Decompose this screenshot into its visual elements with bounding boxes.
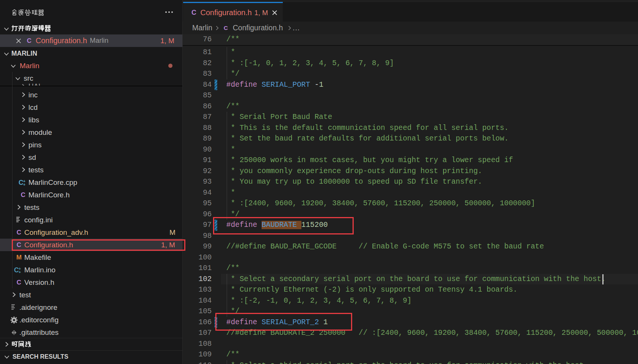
svg-text:+: +	[19, 270, 21, 274]
svg-text:+: +	[23, 182, 25, 187]
